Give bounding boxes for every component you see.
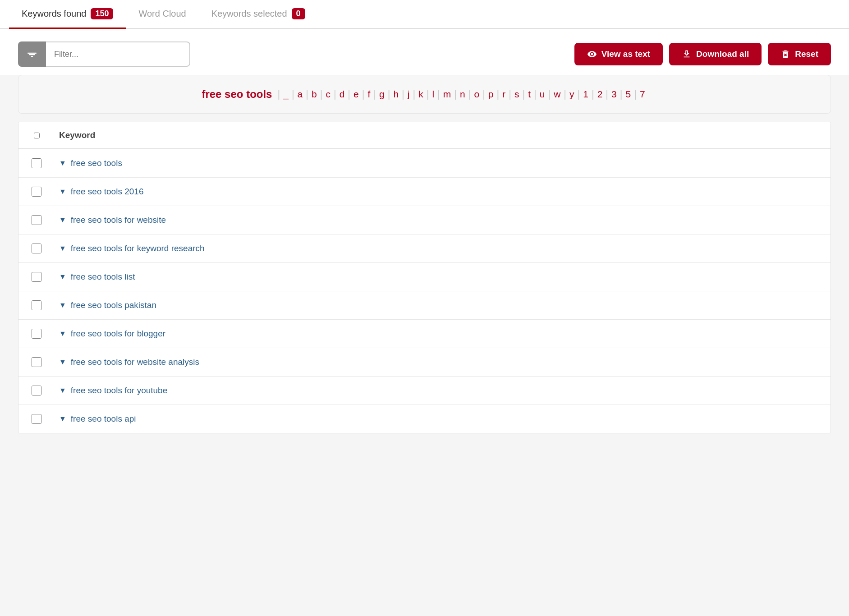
reset-button[interactable]: Reset	[768, 43, 831, 65]
row-checkbox-6[interactable]	[32, 329, 41, 339]
alpha-link-y[interactable]: y	[567, 89, 577, 99]
filter-icon	[26, 48, 38, 60]
alpha-link-t[interactable]: t	[526, 89, 533, 99]
alpha-separator-start: |	[277, 88, 280, 100]
filter-icon-button[interactable]	[18, 41, 46, 67]
reset-label: Reset	[795, 49, 818, 59]
row-checkbox-7[interactable]	[32, 357, 41, 367]
row-checkbox-5[interactable]	[32, 300, 41, 310]
expand-arrow-0[interactable]: ▼	[59, 159, 66, 167]
row-checkbox-1[interactable]	[32, 187, 41, 197]
expand-arrow-3[interactable]: ▼	[59, 244, 66, 253]
alpha-link-h[interactable]: h	[391, 89, 401, 99]
alpha-sep-17: |	[522, 88, 525, 100]
row-checkbox-col	[18, 244, 55, 253]
expand-arrow-9[interactable]: ▼	[59, 415, 66, 423]
expand-arrow-8[interactable]: ▼	[59, 386, 66, 395]
alpha-sep-9: |	[413, 88, 415, 100]
alpha-link-k[interactable]: k	[416, 89, 426, 99]
alpha-link-f[interactable]: f	[365, 89, 372, 99]
keyword-text-2: free seo tools for website	[71, 215, 166, 225]
alpha-sep-20: |	[564, 88, 566, 100]
row-checkbox-3[interactable]	[32, 244, 41, 253]
tab-keywords-selected[interactable]: Keywords selected 0	[199, 0, 318, 29]
tab-keywords-selected-badge: 0	[292, 8, 305, 19]
alpha-link-b[interactable]: b	[309, 89, 319, 99]
row-keyword-2: ▼free seo tools for website	[55, 215, 831, 225]
alpha-sep-7: |	[388, 88, 390, 100]
alpha-link-c[interactable]: c	[323, 89, 333, 99]
alpha-link-r[interactable]: r	[500, 89, 508, 99]
table-row: ▼free seo tools	[18, 149, 831, 178]
alpha-link-7[interactable]: 7	[638, 89, 647, 99]
alpha-sep-1: |	[306, 88, 308, 100]
expand-arrow-1[interactable]: ▼	[59, 188, 66, 196]
alpha-link-n[interactable]: n	[458, 89, 468, 99]
toolbar: View as text Download all Reset	[0, 29, 849, 75]
row-checkbox-0[interactable]	[32, 158, 41, 168]
alpha-sep-2: |	[320, 88, 323, 100]
expand-arrow-2[interactable]: ▼	[59, 216, 66, 224]
row-checkbox-4[interactable]	[32, 272, 41, 282]
tab-keywords-found-label: Keywords found	[22, 9, 86, 19]
expand-arrow-5[interactable]: ▼	[59, 301, 66, 309]
alpha-sep-25: |	[634, 88, 637, 100]
alpha-link-o[interactable]: o	[472, 89, 482, 99]
keyword-text-1: free seo tools 2016	[71, 187, 144, 197]
alpha-link-a[interactable]: a	[295, 89, 305, 99]
expand-arrow-7[interactable]: ▼	[59, 358, 66, 366]
tab-word-cloud[interactable]: Word Cloud	[126, 0, 198, 29]
row-keyword-4: ▼free seo tools list	[55, 272, 831, 282]
alpha-link-d[interactable]: d	[337, 89, 347, 99]
filter-input[interactable]	[46, 41, 190, 67]
keyword-text-6: free seo tools for blogger	[71, 329, 165, 339]
alpha-link-m[interactable]: m	[441, 89, 454, 99]
row-checkbox-8[interactable]	[32, 386, 41, 395]
row-checkbox-col	[18, 158, 55, 168]
alpha-sep-11: |	[437, 88, 440, 100]
alpha-link-u[interactable]: u	[537, 89, 547, 99]
alpha-sep-24: |	[620, 88, 623, 100]
download-all-label: Download all	[696, 49, 749, 59]
alpha-sep-22: |	[592, 88, 594, 100]
row-keyword-1: ▼free seo tools 2016	[55, 187, 831, 197]
row-keyword-8: ▼free seo tools for youtube	[55, 386, 831, 395]
alpha-link-p[interactable]: p	[486, 89, 496, 99]
tab-keywords-found[interactable]: Keywords found 150	[9, 0, 126, 29]
alpha-link-e[interactable]: e	[351, 89, 361, 99]
row-checkbox-col	[18, 187, 55, 197]
alpha-link-3[interactable]: 3	[609, 89, 619, 99]
alpha-link-w[interactable]: w	[551, 89, 563, 99]
alpha-sep-0: |	[292, 88, 294, 100]
table-row: ▼free seo tools for blogger	[18, 320, 831, 348]
action-buttons: View as text Download all Reset	[574, 43, 831, 65]
alpha-link-j[interactable]: j	[405, 89, 412, 99]
view-as-text-button[interactable]: View as text	[574, 43, 663, 65]
alpha-link-2[interactable]: 2	[595, 89, 605, 99]
table-row: ▼free seo tools for keyword research	[18, 234, 831, 263]
alpha-sep-13: |	[468, 88, 471, 100]
keyword-text-5: free seo tools pakistan	[71, 300, 156, 310]
alpha-links-container: _|a|b|c|d|e|f|g|h|j|k|l|m|n|o|p|r|s|t|u|…	[281, 88, 647, 100]
table-row: ▼free seo tools pakistan	[18, 291, 831, 320]
alpha-link-l[interactable]: l	[430, 89, 436, 99]
alpha-link-5[interactable]: 5	[623, 89, 633, 99]
row-checkbox-col	[18, 414, 55, 424]
eye-icon	[587, 49, 597, 59]
download-icon	[682, 49, 692, 59]
expand-arrow-6[interactable]: ▼	[59, 330, 66, 338]
alpha-link-1[interactable]: 1	[581, 89, 591, 99]
alpha-sep-21: |	[578, 88, 580, 100]
download-all-button[interactable]: Download all	[669, 43, 762, 65]
keyword-text-8: free seo tools for youtube	[71, 386, 167, 395]
alpha-link-_[interactable]: _	[281, 89, 291, 99]
table-row: ▼free seo tools for website analysis	[18, 348, 831, 377]
alpha-link-g[interactable]: g	[377, 89, 387, 99]
row-checkbox-9[interactable]	[32, 414, 41, 424]
select-all-checkbox[interactable]	[34, 133, 40, 138]
keyword-text-9: free seo tools api	[71, 414, 136, 424]
expand-arrow-4[interactable]: ▼	[59, 273, 66, 281]
row-checkbox-2[interactable]	[32, 215, 41, 225]
alpha-link-s[interactable]: s	[512, 89, 522, 99]
table-row: ▼free seo tools api	[18, 405, 831, 433]
